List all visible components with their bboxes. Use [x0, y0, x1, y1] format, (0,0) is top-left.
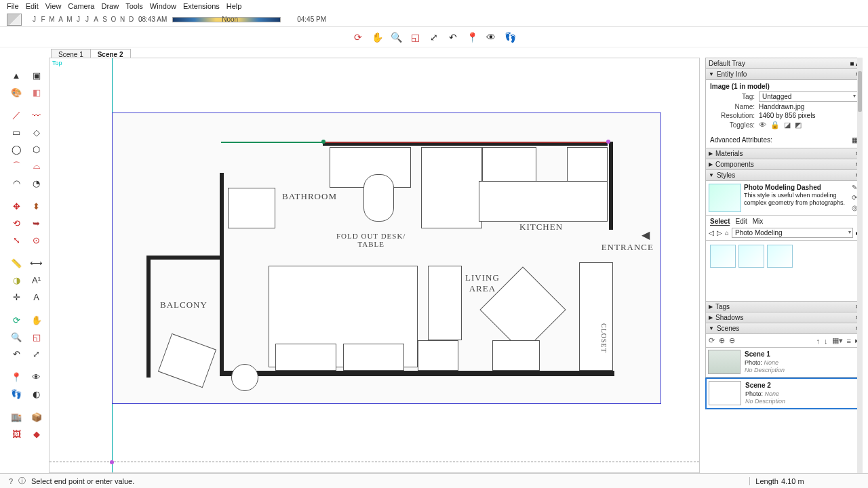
- scene-item-1[interactable]: Scene 1 Photo: None No Description: [705, 348, 863, 378]
- help-icon[interactable]: ?: [5, 477, 16, 485]
- rotate-icon[interactable]: ⟲: [8, 216, 24, 230]
- rectangle-icon[interactable]: ▭: [8, 125, 24, 140]
- month-m2[interactable]: M: [65, 16, 74, 23]
- eraser-icon[interactable]: ◧: [28, 85, 45, 100]
- zoomwin2-icon[interactable]: ◱: [28, 329, 45, 344]
- 3dtext-icon[interactable]: A: [28, 289, 45, 304]
- style-item-1[interactable]: [710, 245, 736, 268]
- panel-materials-head[interactable]: ▶Materials×: [705, 148, 863, 159]
- zoom-extents-icon[interactable]: ⤢: [426, 29, 442, 45]
- move-icon[interactable]: ✥: [8, 199, 24, 214]
- scene-up-icon[interactable]: ↑: [816, 337, 821, 345]
- model-viewport[interactable]: Top BATHROOM FOLD OUT: [49, 58, 700, 473]
- menu-edit[interactable]: Edit: [26, 2, 39, 10]
- poscam-icon[interactable]: 📍: [8, 369, 24, 384]
- menu-view[interactable]: View: [45, 2, 62, 10]
- panel-tags-head[interactable]: ▶Tags×: [705, 302, 863, 312]
- styles-collection-dropdown[interactable]: Photo Modeling: [732, 228, 853, 238]
- month-j2[interactable]: J: [74, 16, 83, 23]
- visible-toggle-icon[interactable]: 👁: [759, 121, 766, 129]
- extension-icon[interactable]: 📦: [28, 409, 45, 424]
- style-thumb-icon[interactable]: [709, 184, 741, 212]
- style-item-3[interactable]: [767, 245, 793, 268]
- styles-tab-mix[interactable]: Mix: [753, 218, 764, 226]
- pie-icon[interactable]: ◔: [28, 176, 45, 190]
- paint-bucket-icon[interactable]: 🎨: [8, 85, 24, 100]
- month-j3[interactable]: J: [83, 16, 92, 23]
- nav-home-icon[interactable]: ⌂: [725, 229, 729, 237]
- scene-down-icon[interactable]: ↓: [824, 337, 828, 345]
- arc-icon[interactable]: ⌒: [8, 159, 24, 174]
- position-camera-icon[interactable]: 📍: [464, 29, 480, 45]
- menu-file[interactable]: File: [7, 2, 19, 10]
- section-icon[interactable]: ◐: [28, 386, 45, 401]
- tray-scrollbar[interactable]: [857, 58, 863, 473]
- circle-icon[interactable]: ◯: [8, 142, 24, 157]
- walk2-icon[interactable]: 👣: [8, 386, 24, 401]
- dimension-icon[interactable]: ⟷: [28, 256, 45, 270]
- styles-tab-edit[interactable]: Edit: [735, 218, 747, 226]
- menu-window[interactable]: Window: [150, 2, 176, 10]
- pan2-icon[interactable]: ✋: [28, 312, 45, 327]
- month-f[interactable]: F: [39, 16, 47, 23]
- scene-view-icon[interactable]: ▦▾: [832, 336, 843, 345]
- menu-help[interactable]: Help: [226, 2, 242, 10]
- offset-icon[interactable]: ⊙: [28, 232, 45, 247]
- scene-menu-icon[interactable]: ≡: [847, 337, 851, 345]
- look2-icon[interactable]: 👁: [28, 369, 45, 384]
- arc2-icon[interactable]: ⌓: [28, 159, 45, 174]
- scene-item-2[interactable]: Scene 2 Photo: None No Description: [705, 378, 863, 409]
- zoom-icon[interactable]: 🔍: [388, 29, 404, 45]
- text-icon[interactable]: A¹: [28, 272, 45, 287]
- menu-extensions[interactable]: Extensions: [183, 2, 220, 10]
- zoomext2-icon[interactable]: ⤢: [28, 346, 45, 361]
- month-slider[interactable]: J F M A M J J A S O N D: [30, 16, 136, 23]
- info-icon[interactable]: ⓘ: [16, 476, 27, 486]
- scale-icon[interactable]: ⤡: [8, 232, 24, 247]
- orbit-icon[interactable]: ⟳: [350, 29, 366, 45]
- imported-image[interactable]: BATHROOM FOLD OUT DESK/ TABLE KITCHEN LI…: [112, 113, 661, 404]
- zoom-window-icon[interactable]: ◱: [407, 29, 423, 45]
- panel-styles-head[interactable]: ▼Styles×: [705, 170, 863, 181]
- select-tool-icon[interactable]: ▲: [8, 68, 24, 83]
- tag-dropdown[interactable]: Untagged: [759, 92, 858, 102]
- orbit2-icon[interactable]: ⟳: [8, 312, 24, 327]
- layout-icon[interactable]: 🖼: [8, 426, 24, 441]
- style-refresh-icon[interactable]: ⟳: [852, 194, 857, 201]
- addloc-icon[interactable]: ◆: [28, 426, 45, 441]
- rotated-rect-icon[interactable]: ◇: [28, 125, 45, 140]
- scene-add-icon[interactable]: ⊕: [719, 336, 725, 345]
- previous-view-icon[interactable]: ↶: [445, 29, 461, 45]
- menu-draw[interactable]: Draw: [101, 2, 119, 10]
- month-s[interactable]: S: [100, 16, 109, 23]
- make-component-icon[interactable]: ▣: [28, 68, 45, 83]
- panel-entity-info-head[interactable]: ▼ Entity Info ×: [705, 69, 863, 80]
- month-o[interactable]: O: [109, 16, 118, 23]
- month-m[interactable]: M: [47, 16, 56, 23]
- tray-title-bar[interactable]: Default Tray ■ ▴: [705, 58, 863, 69]
- month-d[interactable]: D: [127, 16, 136, 23]
- protractor-icon[interactable]: ◑: [8, 272, 24, 287]
- pushpull-icon[interactable]: ⬍: [28, 199, 45, 214]
- panel-scenes-head[interactable]: ▼Scenes×: [705, 323, 863, 334]
- axes-icon[interactable]: ✛: [8, 289, 24, 304]
- month-j[interactable]: J: [30, 16, 39, 23]
- month-a2[interactable]: A: [92, 16, 100, 23]
- scene-update-icon[interactable]: ⟳: [709, 336, 715, 345]
- pan-icon[interactable]: ✋: [369, 29, 385, 45]
- panel-components-head[interactable]: ▶Components×: [705, 159, 863, 170]
- freehand-icon[interactable]: 〰: [28, 108, 45, 123]
- prev2-icon[interactable]: ↶: [8, 346, 24, 361]
- month-n[interactable]: N: [118, 16, 127, 23]
- look-around-icon[interactable]: 👁: [483, 29, 499, 45]
- shadow-receive-icon[interactable]: ◩: [795, 121, 802, 129]
- followme-icon[interactable]: ➥: [28, 216, 45, 230]
- measurement-value[interactable]: 4.10 m: [781, 477, 863, 485]
- polygon-icon[interactable]: ⬡: [28, 142, 45, 157]
- menu-camera[interactable]: Camera: [68, 2, 94, 10]
- style-item-2[interactable]: [738, 245, 764, 268]
- styles-tab-select[interactable]: Select: [710, 218, 730, 226]
- zoom2-icon[interactable]: 🔍: [8, 329, 24, 344]
- nav-back-icon[interactable]: ◁: [709, 229, 714, 237]
- lock-toggle-icon[interactable]: 🔒: [770, 121, 780, 129]
